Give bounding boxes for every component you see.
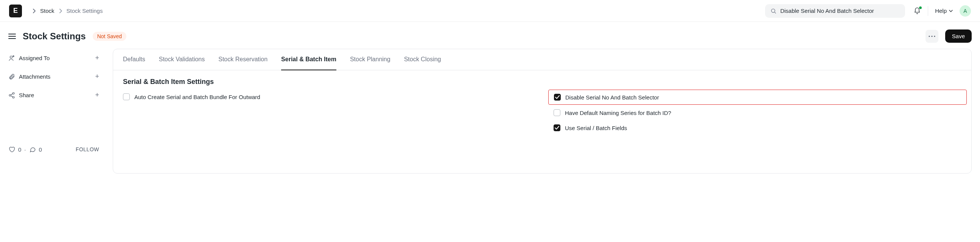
page-title: Stock Settings [23,31,86,41]
sidebar-item-label: Share [19,92,34,98]
follow-button[interactable]: FOLLOW [76,146,99,152]
form-column-left: Auto Create Serial and Batch Bundle For … [123,93,531,131]
share-icon [8,92,15,99]
checkbox-use-serial-batch-fields[interactable]: Use Serial / Batch Fields [554,124,961,131]
tab-stock-closing[interactable]: Stock Closing [404,49,441,70]
chevron-right-icon [33,9,35,13]
tab-stock-planning[interactable]: Stock Planning [350,49,390,70]
checkbox-label: Have Default Naming Series for Batch ID? [565,110,671,116]
likes-count: 0 [18,146,21,153]
tab-stock-validations[interactable]: Stock Validations [159,49,205,70]
chevron-right-icon [59,9,62,13]
heart-icon[interactable] [8,146,15,153]
avatar-initial: A [963,8,967,14]
checkbox-default-naming-series[interactable]: Have Default Naming Series for Batch ID? [554,109,961,116]
svg-point-6 [13,92,14,94]
breadcrumb-current: Stock Settings [67,8,103,14]
user-plus-icon [8,55,15,62]
svg-point-8 [13,96,14,98]
tabs-bar: Defaults Stock Validations Stock Reserva… [113,49,971,70]
comments-count: 0 [39,146,42,153]
checkbox-input[interactable] [554,94,561,101]
save-button[interactable]: Save [945,30,972,43]
app-logo[interactable]: E [9,5,22,17]
sidebar-item-label: Assigned To [19,55,49,61]
checkbox-label: Auto Create Serial and Batch Bundle For … [134,94,260,100]
svg-point-3 [934,36,935,37]
comment-icon[interactable] [29,146,36,153]
checkbox-input[interactable] [123,93,130,100]
highlighted-field: Disable Serial No And Batch Selector [548,90,967,105]
svg-point-4 [10,56,13,58]
paperclip-icon [8,73,15,80]
sidebar-toggle-icon[interactable] [8,34,16,39]
checkbox-label: Use Serial / Batch Fields [565,125,627,131]
dot-separator: · [24,146,26,153]
sidebar-item-assigned-to[interactable]: Assigned To + [8,49,99,67]
form-grid: Auto Create Serial and Batch Bundle For … [113,90,971,142]
checkbox-input[interactable] [554,124,560,131]
tab-serial-batch-item[interactable]: Serial & Batch Item [281,49,336,70]
tab-stock-reservation[interactable]: Stock Reservation [218,49,267,70]
checkbox-input[interactable] [554,109,560,116]
checkbox-disable-serial-batch-selector[interactable]: Disable Serial No And Batch Selector [554,94,659,101]
checkbox-label: Disable Serial No And Batch Selector [565,94,659,101]
breadcrumb-parent[interactable]: Stock [40,8,54,14]
svg-point-0 [772,9,775,12]
notifications-icon[interactable] [913,7,921,15]
help-menu[interactable]: Help [935,8,953,14]
chevron-down-icon [949,10,953,12]
search-icon [770,8,776,14]
svg-point-2 [931,36,932,37]
add-attachment-button[interactable]: + [95,73,99,81]
top-header: E Stock Stock Settings Help A [0,0,980,22]
search-bar[interactable] [765,4,905,18]
svg-point-1 [929,36,930,37]
sidebar-item-share[interactable]: Share + [8,86,99,104]
add-assignee-button[interactable]: + [95,54,99,62]
search-input[interactable] [780,8,900,14]
main-panel: Defaults Stock Validations Stock Reserva… [113,49,972,174]
help-label: Help [935,8,947,14]
checkbox-auto-create-bundle[interactable]: Auto Create Serial and Batch Bundle For … [123,93,531,100]
titlebar: Stock Settings Not Saved Save [0,22,980,47]
sidebar-item-attachments[interactable]: Attachments + [8,67,99,86]
svg-point-7 [9,94,11,96]
tab-defaults[interactable]: Defaults [123,49,145,70]
sidebar-item-label: Attachments [19,73,50,80]
status-badge: Not Saved [93,32,126,41]
user-avatar[interactable]: A [959,5,971,17]
divider [928,6,928,16]
logo-char: E [13,7,18,15]
breadcrumb: Stock Stock Settings [33,8,103,14]
notification-dot [919,6,922,9]
left-sidebar: Assigned To + Attachments + Share + [8,49,99,174]
section-title: Serial & Batch Item Settings [113,70,971,90]
add-share-button[interactable]: + [95,91,99,99]
more-actions-button[interactable] [926,30,939,43]
form-column-right: Disable Serial No And Batch Selector Hav… [554,93,961,131]
